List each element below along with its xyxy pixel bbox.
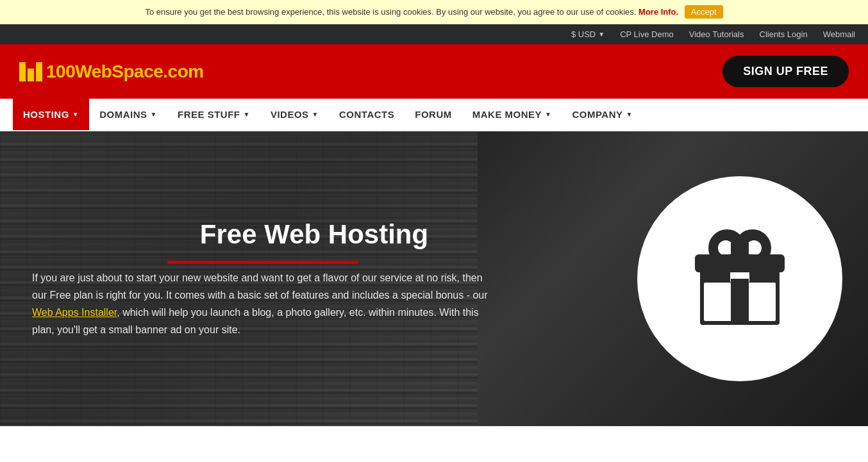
svg-point-13 (721, 243, 731, 253)
nav-free-stuff[interactable]: FREE STUFF ▼ (167, 99, 260, 130)
cookie-more-info-link[interactable]: More Info. (638, 7, 678, 17)
logo-bar-3 (36, 62, 42, 81)
nav-forum[interactable]: FORUM (405, 99, 462, 130)
nav-hosting[interactable]: HOSTING ▼ (13, 99, 89, 130)
nav-domains[interactable]: DOMAINS ▼ (89, 99, 167, 130)
video-tutorials-link[interactable]: Video Tutorials (689, 29, 744, 39)
nav-domains-label: DOMAINS (99, 109, 147, 120)
main-nav: HOSTING ▼ DOMAINS ▼ FREE STUFF ▼ VIDEOS … (0, 99, 868, 131)
nav-make-money-label: MAKE MONEY (472, 109, 542, 120)
cookie-accept-button[interactable]: Accept (685, 5, 723, 19)
nav-company[interactable]: COMPANY ▼ (562, 99, 642, 130)
svg-point-14 (749, 243, 759, 253)
currency-chevron-icon: ▼ (598, 31, 605, 38)
svg-rect-15 (731, 243, 749, 253)
site-header: 100WebSpace.com SIGN UP FREE (0, 44, 868, 99)
nav-free-stuff-label: FREE STUFF (178, 109, 240, 120)
nav-contacts[interactable]: CONTACTS (329, 99, 405, 130)
cookie-banner: To ensure you get the best browsing expe… (0, 0, 868, 24)
hero-title: Free Web Hosting (32, 219, 494, 250)
nav-free-stuff-chevron-icon: ▼ (244, 111, 250, 118)
cookie-message: To ensure you get the best browsing expe… (145, 7, 636, 17)
hero-content: Free Web Hosting If you are just about t… (0, 194, 526, 365)
svg-rect-8 (731, 279, 749, 321)
logo-icon (19, 62, 42, 81)
nav-make-money[interactable]: MAKE MONEY ▼ (462, 99, 562, 130)
logo-text: 100WebSpace.com (46, 62, 204, 82)
nav-hosting-label: HOSTING (23, 109, 69, 120)
hero-body: If you are just about to start your new … (32, 269, 494, 339)
gift-circle (637, 176, 842, 381)
top-bar: $ USD ▼ CP Live Demo Video Tutorials Cli… (0, 24, 868, 44)
hero-body-text1: If you are just about to start your new … (32, 272, 488, 301)
nav-contacts-label: CONTACTS (339, 109, 394, 120)
cp-live-demo-link[interactable]: CP Live Demo (620, 29, 674, 39)
logo-100: 100 (46, 62, 75, 81)
nav-videos[interactable]: VIDEOS ▼ (260, 99, 329, 130)
nav-make-money-chevron-icon: ▼ (545, 111, 551, 118)
gift-icon (676, 215, 804, 343)
clients-login-link[interactable]: Clients Login (760, 29, 808, 39)
nav-company-chevron-icon: ▼ (626, 111, 633, 118)
nav-videos-chevron-icon: ▼ (312, 111, 319, 118)
signup-button[interactable]: SIGN UP FREE (722, 56, 849, 87)
currency-selector[interactable]: $ USD ▼ (571, 29, 605, 39)
logo[interactable]: 100WebSpace.com (19, 62, 204, 82)
currency-label: $ USD (571, 29, 596, 39)
hero-section: Free Web Hosting If you are just about t… (0, 131, 868, 426)
webmail-link[interactable]: Webmail (823, 29, 855, 39)
web-apps-installer-link[interactable]: Web Apps Installer (32, 307, 117, 318)
nav-domains-chevron-icon: ▼ (151, 111, 157, 118)
nav-videos-label: VIDEOS (271, 109, 309, 120)
nav-company-label: COMPANY (572, 109, 622, 120)
logo-bar-2 (28, 69, 34, 81)
logo-bar-1 (19, 62, 26, 81)
nav-forum-label: FORUM (415, 109, 452, 120)
logo-name: WebSpace.com (75, 62, 203, 81)
nav-hosting-chevron-icon: ▼ (72, 111, 79, 118)
